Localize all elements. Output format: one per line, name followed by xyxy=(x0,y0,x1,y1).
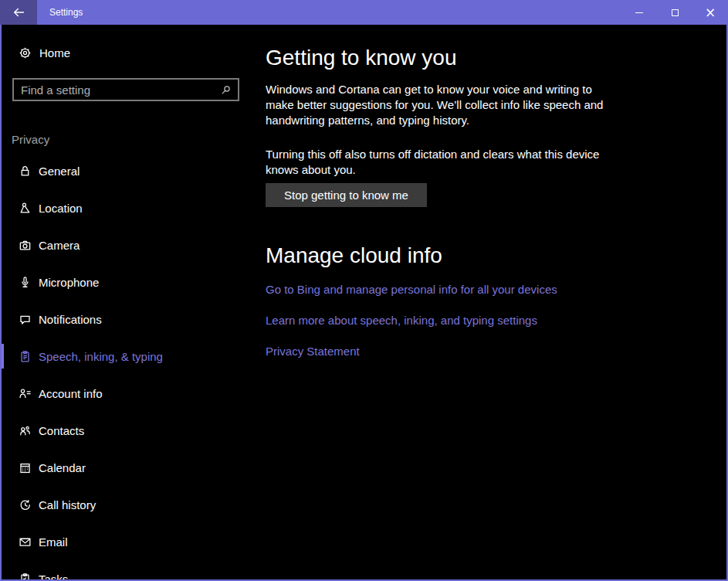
maximize-button[interactable] xyxy=(657,0,692,25)
minimize-button[interactable] xyxy=(621,0,657,25)
notifications-icon xyxy=(19,313,32,326)
cloud-links: Go to Bing and manage personal info for … xyxy=(266,283,726,358)
sidebar-item-notifications[interactable]: Notifications xyxy=(2,301,266,338)
sidebar-item-label: Email xyxy=(39,535,68,549)
getting-to-know-you-heading: Getting to know you xyxy=(266,45,726,71)
privacy-section-label: Privacy xyxy=(12,132,266,148)
sidebar-item-label: Notifications xyxy=(39,313,102,326)
back-button[interactable] xyxy=(0,0,37,25)
settings-window: Settings × Home xyxy=(0,0,728,581)
privacy-nav: General Location xyxy=(2,152,266,579)
sidebar-item-general[interactable]: General xyxy=(2,152,266,189)
main-pane: Getting to know you Windows and Cortana … xyxy=(266,25,726,579)
sidebar-item-call-history[interactable]: Call history xyxy=(2,486,266,523)
titlebar-drag-area xyxy=(83,0,621,25)
sidebar-item-label: Microphone xyxy=(39,276,99,289)
sidebar-item-microphone[interactable]: Microphone xyxy=(2,263,266,301)
calendar-icon xyxy=(19,461,32,474)
sidebar-item-calendar[interactable]: Calendar xyxy=(2,449,266,486)
sidebar-item-location[interactable]: Location xyxy=(2,189,266,226)
sidebar-item-label: Call history xyxy=(39,498,96,511)
manage-cloud-info-heading: Manage cloud info xyxy=(266,243,726,269)
search-icon[interactable] xyxy=(220,84,232,96)
sidebar-item-speech-inking-typing[interactable]: Speech, inking, & typing xyxy=(2,338,266,375)
sidebar-item-label: Account info xyxy=(39,387,103,400)
sidebar-item-camera[interactable]: Camera xyxy=(2,226,266,263)
contacts-icon xyxy=(19,424,32,437)
stop-getting-to-know-me-button[interactable]: Stop getting to know me xyxy=(266,183,427,207)
search-input[interactable] xyxy=(21,83,220,97)
account-info-icon xyxy=(19,387,32,400)
back-arrow-icon xyxy=(12,6,25,19)
sidebar-item-label: Home xyxy=(39,46,70,59)
location-icon xyxy=(19,202,32,215)
close-button[interactable]: × xyxy=(692,0,728,25)
window-title: Settings xyxy=(49,0,83,25)
sidebar-item-label: Contacts xyxy=(39,424,84,437)
sidebar-item-label: Calendar xyxy=(39,461,86,474)
description-paragraph: Windows and Cortana can get to know your… xyxy=(266,82,605,128)
gear-icon xyxy=(19,46,32,59)
minimize-icon xyxy=(635,12,643,13)
clipboard-icon xyxy=(19,350,32,363)
call-history-icon xyxy=(19,498,32,511)
sidebar-item-label: Camera xyxy=(39,239,80,252)
camera-icon xyxy=(19,239,32,252)
maximize-icon xyxy=(672,9,679,16)
window-content: Home Privacy Gener xyxy=(2,25,726,579)
sidebar-item-home[interactable]: Home xyxy=(2,37,266,68)
tasks-icon xyxy=(19,573,32,580)
sidebar-item-label: Tasks xyxy=(39,573,68,580)
sidebar-item-label: Speech, inking, & typing xyxy=(39,350,163,363)
sidebar-item-tasks[interactable]: Tasks xyxy=(2,560,266,579)
privacy-statement-link[interactable]: Privacy Statement xyxy=(266,345,360,358)
learn-more-link[interactable]: Learn more about speech, inking, and typ… xyxy=(266,314,537,328)
close-icon: × xyxy=(705,6,716,19)
sidebar-item-email[interactable]: Email xyxy=(2,523,266,560)
lock-icon xyxy=(19,165,32,178)
search-box[interactable] xyxy=(12,78,239,101)
sidebar-item-label: Location xyxy=(39,202,83,215)
sidebar-item-label: General xyxy=(39,165,80,178)
sidebar-item-contacts[interactable]: Contacts xyxy=(2,412,266,449)
email-icon xyxy=(19,535,32,549)
titlebar: Settings × xyxy=(0,0,728,25)
sidebar: Home Privacy Gener xyxy=(2,25,266,579)
turn-off-paragraph: Turning this off also turns off dictatio… xyxy=(266,147,605,178)
sidebar-item-account-info[interactable]: Account info xyxy=(2,375,266,412)
bing-personal-info-link[interactable]: Go to Bing and manage personal info for … xyxy=(266,283,557,297)
microphone-icon xyxy=(19,276,32,289)
